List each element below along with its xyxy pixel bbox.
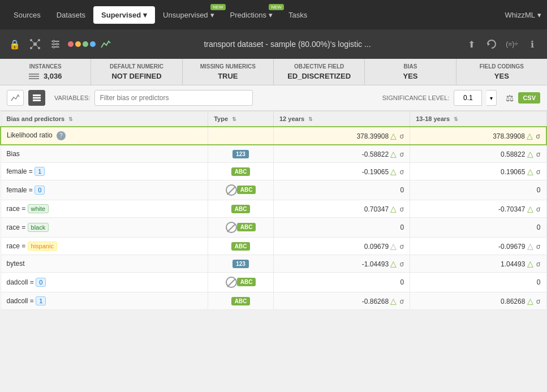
svg-point-14 xyxy=(53,46,55,48)
nav-sources[interactable]: Sources xyxy=(6,6,49,24)
name-cell: race = white xyxy=(1,200,208,218)
sigma-icon[interactable]: σ xyxy=(536,205,540,213)
col-bias-predictors[interactable]: Bias and predictors ⇅ xyxy=(1,111,208,127)
triangle-icon[interactable]: △ xyxy=(390,131,397,140)
sigma-icon[interactable]: σ xyxy=(400,168,404,176)
val1-cell: 0.09679 △ σ xyxy=(273,238,410,255)
val1-cell: 0 xyxy=(273,273,410,292)
triangle-icon[interactable]: △ xyxy=(527,131,533,140)
cell-value: 378.39908 xyxy=(356,132,389,140)
significance-label: SIGNIFICANCE LEVEL: xyxy=(382,94,450,101)
dot-2 xyxy=(75,41,81,47)
view-chart-btn[interactable] xyxy=(7,90,24,106)
sigma-icon[interactable]: σ xyxy=(536,168,540,176)
table-header-row: Bias and predictors ⇅ Type ⇅ 12 years ⇅ … xyxy=(1,111,546,127)
triangle-icon[interactable]: △ xyxy=(390,296,397,305)
triangle-icon[interactable]: △ xyxy=(390,204,397,213)
stats-row: INSTANCES 3,036 DEFAULT NUMERIC NOT DEFI… xyxy=(0,59,547,85)
triangle-icon[interactable]: △ xyxy=(390,242,397,251)
val1-cell: -0.58822 △ σ xyxy=(273,145,410,163)
sigma-icon[interactable]: σ xyxy=(400,260,404,268)
nav-datasets[interactable]: Datasets xyxy=(49,6,93,24)
cell-value: -1.04493 xyxy=(362,260,389,268)
type-cell: ABC xyxy=(208,238,274,255)
triangle-icon[interactable]: △ xyxy=(527,149,533,158)
table-row: race = hispanicABC0.09679 △ σ-0.09679 △ … xyxy=(1,238,546,255)
triangle-icon[interactable]: △ xyxy=(527,167,533,176)
triangle-icon[interactable]: △ xyxy=(527,259,533,268)
cell-value: -0.19065 xyxy=(362,168,389,176)
sort-icon-12years[interactable]: ⇅ xyxy=(308,117,313,122)
sigma-icon[interactable]: σ xyxy=(400,243,404,251)
lock-icon: 🔒 xyxy=(7,36,23,52)
type-badge: ABC xyxy=(237,278,256,286)
cell-value: -0.86268 xyxy=(362,298,389,305)
scale-icon[interactable]: ⚖ xyxy=(506,93,514,104)
row-name: Bias xyxy=(7,150,20,158)
info-icon[interactable]: ℹ xyxy=(524,36,540,52)
settings-icon[interactable] xyxy=(48,36,63,52)
sigma-icon[interactable]: σ xyxy=(400,150,404,158)
val1-cell: 0.70347 △ σ xyxy=(273,200,410,218)
table-row: dadcoll = 0ABC00 xyxy=(1,273,546,292)
stat-objective-field: OBJECTIVE FIELD ED_DISCRETIZED xyxy=(274,59,365,85)
table-row: Bias123-0.58822 △ σ0.58822 △ σ xyxy=(1,145,546,163)
sigma-icon[interactable]: σ xyxy=(400,205,404,213)
filter-input[interactable] xyxy=(94,90,253,106)
nav-user[interactable]: WhizzML ▾ xyxy=(505,11,541,19)
sort-icon-13-18years[interactable]: ⇅ xyxy=(454,117,458,122)
sigma-icon[interactable]: σ xyxy=(536,132,540,140)
csv-button[interactable]: CSV xyxy=(518,92,540,104)
help-icon[interactable]: ? xyxy=(57,131,66,140)
dot-3 xyxy=(83,41,88,47)
col-12years[interactable]: 12 years ⇅ xyxy=(273,111,410,127)
sigma-icon[interactable]: σ xyxy=(536,260,540,268)
sort-icon-type[interactable]: ⇅ xyxy=(232,117,236,122)
nav-predictions[interactable]: Predictions ▾ NEW xyxy=(222,6,281,24)
triangle-icon[interactable]: △ xyxy=(390,167,397,176)
cell-value: 0 xyxy=(537,278,541,286)
cell-value: -0.70347 xyxy=(498,205,525,213)
col-type[interactable]: Type ⇅ xyxy=(208,111,274,127)
triangle-icon[interactable]: △ xyxy=(527,296,533,305)
svg-point-12 xyxy=(53,40,55,42)
significance-input[interactable] xyxy=(454,90,482,106)
refresh-icon[interactable] xyxy=(484,36,499,52)
formula-icon[interactable]: (=)÷ xyxy=(504,36,520,52)
significance-arrow[interactable]: ▾ xyxy=(486,90,497,106)
triangle-icon[interactable]: △ xyxy=(527,242,533,251)
nav-tasks[interactable]: Tasks xyxy=(281,6,315,24)
row-name: female = xyxy=(7,186,35,194)
row-tag: 0 xyxy=(36,278,46,287)
sigma-icon[interactable]: σ xyxy=(400,132,404,140)
triangle-icon[interactable]: △ xyxy=(390,149,397,158)
row-tag: 1 xyxy=(36,296,46,305)
nav-supervised[interactable]: Supervised ▾ xyxy=(93,6,155,24)
type-cell: ABC xyxy=(208,273,274,292)
sort-icon-bias[interactable]: ⇅ xyxy=(68,117,73,122)
data-table-container: Bias and predictors ⇅ Type ⇅ 12 years ⇅ … xyxy=(0,111,547,310)
row-name: dadcoll = xyxy=(7,297,36,305)
sigma-icon[interactable]: σ xyxy=(536,150,540,158)
network-icon[interactable] xyxy=(27,36,43,52)
data-table: Bias and predictors ⇅ Type ⇅ 12 years ⇅ … xyxy=(0,111,547,310)
toolbar: 🔒 transport xyxy=(0,29,547,59)
cell-value: 378.39908 xyxy=(493,132,525,140)
val1-cell: 0 xyxy=(273,218,410,238)
view-table-btn[interactable] xyxy=(28,90,45,106)
name-cell: female = 0 xyxy=(1,180,208,200)
row-tag: 0 xyxy=(35,186,45,195)
download-icon[interactable]: ⬆ xyxy=(463,36,479,52)
nav-unsupervised[interactable]: Unsupervised ▾ NEW xyxy=(155,6,222,24)
table-row: dadcoll = 1ABC-0.86268 △ σ0.86268 △ σ xyxy=(1,292,546,310)
name-cell: Bias xyxy=(1,145,208,163)
triangle-icon[interactable]: △ xyxy=(390,259,397,268)
type-cell: ABC xyxy=(208,292,274,310)
sigma-icon[interactable]: σ xyxy=(536,298,540,305)
sigma-icon[interactable]: σ xyxy=(400,298,404,305)
triangle-icon[interactable]: △ xyxy=(527,204,533,213)
cell-value: 0 xyxy=(537,186,541,194)
sigma-icon[interactable]: σ xyxy=(536,243,540,251)
name-cell: Likelihood ratio ? xyxy=(1,127,208,145)
col-13-18years[interactable]: 13-18 years ⇅ xyxy=(410,111,546,127)
